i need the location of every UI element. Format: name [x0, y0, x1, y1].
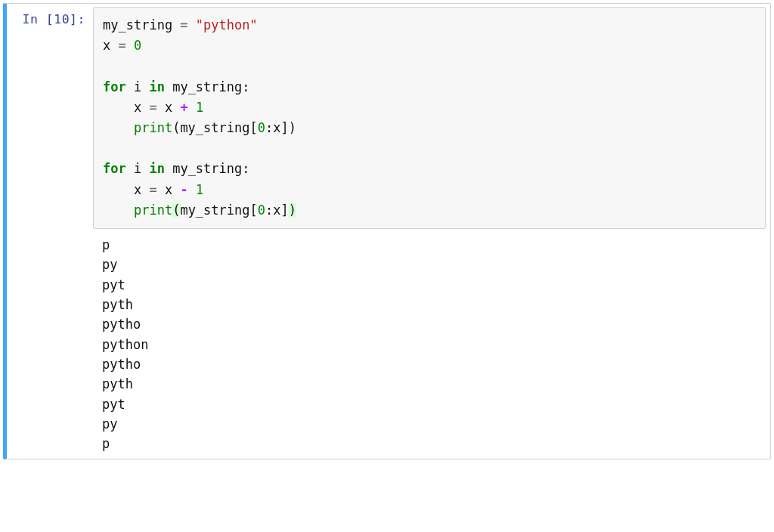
code-text: i — [126, 161, 150, 176]
code-text: = — [180, 17, 187, 32]
code-text: x — [103, 38, 118, 53]
output-line: pytho — [102, 317, 141, 332]
code-keyword: for — [103, 161, 126, 176]
code-line: x = x - 1 — [103, 182, 203, 197]
code-text: x — [157, 182, 181, 197]
code-text: 0 — [134, 38, 141, 53]
notebook-cell: In [10]: my_string = "python" x = 0 for … — [3, 3, 771, 459]
code-editor[interactable]: my_string = "python" x = 0 for i in my_s… — [93, 7, 766, 229]
code-text: i — [126, 79, 150, 94]
output-line: py — [102, 416, 117, 431]
code-text: 0 — [258, 203, 265, 218]
code-operator: - — [180, 182, 187, 197]
code-text — [126, 38, 134, 53]
code-text: 1 — [196, 182, 203, 197]
code-text — [188, 17, 196, 32]
code-line: x = x + 1 — [103, 100, 203, 115]
matched-bracket: ( — [172, 203, 180, 218]
output-line: pyt — [102, 277, 125, 292]
code-text: my_string — [103, 17, 180, 32]
code-line: for i in my_string: — [103, 161, 250, 176]
code-text: x — [134, 100, 149, 115]
output-line: pyth — [102, 376, 133, 391]
output-line: p — [102, 436, 110, 451]
output-line: p — [102, 237, 110, 252]
code-text: 0 — [258, 120, 265, 135]
code-line: my_string = "python" — [103, 17, 258, 32]
code-line: x = 0 — [103, 38, 141, 53]
output-line: pytho — [102, 357, 141, 372]
code-text: x — [134, 182, 149, 197]
code-text: my_string: — [165, 161, 250, 176]
code-indent — [103, 120, 134, 135]
code-indent — [103, 182, 134, 197]
matched-bracket: ) — [289, 203, 296, 218]
code-builtin: print — [134, 120, 172, 135]
code-indent — [103, 100, 134, 115]
code-text: = — [149, 100, 156, 115]
code-text: = — [149, 182, 156, 197]
output-area: p py pyt pyth pytho python pytho pyth py… — [93, 229, 766, 454]
code-operator: + — [180, 100, 187, 115]
output-line: pyt — [102, 397, 125, 412]
code-text: "python" — [196, 17, 258, 32]
cell-body: my_string = "python" x = 0 for i in my_s… — [93, 7, 766, 454]
code-line: print(my_string[0:x]) — [103, 203, 296, 218]
input-prompt: In [10]: — [10, 7, 93, 454]
code-text: :x] — [265, 203, 289, 218]
code-keyword: in — [149, 79, 164, 94]
code-text — [188, 100, 196, 115]
code-line: print(my_string[0:x]) — [103, 120, 296, 135]
code-text: (my_string[ — [172, 120, 258, 135]
output-line: py — [102, 257, 117, 272]
code-line: for i in my_string: — [103, 79, 250, 94]
output-line: pyth — [102, 297, 133, 312]
code-text: 1 — [196, 100, 203, 115]
code-text: = — [118, 38, 125, 53]
code-text: :x]) — [265, 120, 296, 135]
code-text: my_string: — [165, 79, 250, 94]
code-keyword: for — [103, 79, 126, 94]
code-text — [188, 182, 196, 197]
code-builtin: print — [134, 203, 172, 218]
code-indent — [103, 203, 134, 218]
output-line: python — [102, 337, 148, 352]
code-text: x — [157, 100, 181, 115]
code-text: my_string[ — [180, 203, 257, 218]
code-keyword: in — [149, 161, 164, 176]
